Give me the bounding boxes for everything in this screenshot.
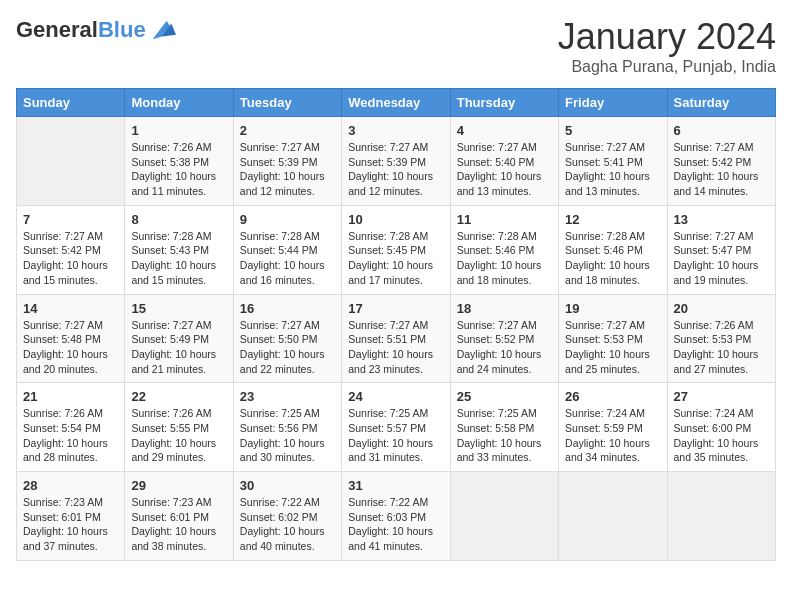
day-info: Sunrise: 7:22 AMSunset: 6:02 PMDaylight:… — [240, 495, 335, 554]
day-number: 13 — [674, 212, 769, 227]
day-info: Sunrise: 7:25 AMSunset: 5:58 PMDaylight:… — [457, 406, 552, 465]
day-number: 22 — [131, 389, 226, 404]
day-number: 16 — [240, 301, 335, 316]
header-row: Sunday Monday Tuesday Wednesday Thursday… — [17, 89, 776, 117]
col-friday: Friday — [559, 89, 667, 117]
day-number: 19 — [565, 301, 660, 316]
day-cell — [17, 117, 125, 206]
day-info: Sunrise: 7:27 AMSunset: 5:48 PMDaylight:… — [23, 318, 118, 377]
day-number: 4 — [457, 123, 552, 138]
day-number: 9 — [240, 212, 335, 227]
day-number: 31 — [348, 478, 443, 493]
day-number: 2 — [240, 123, 335, 138]
day-number: 15 — [131, 301, 226, 316]
day-number: 12 — [565, 212, 660, 227]
day-info: Sunrise: 7:26 AMSunset: 5:55 PMDaylight:… — [131, 406, 226, 465]
day-info: Sunrise: 7:26 AMSunset: 5:54 PMDaylight:… — [23, 406, 118, 465]
day-info: Sunrise: 7:22 AMSunset: 6:03 PMDaylight:… — [348, 495, 443, 554]
day-number: 30 — [240, 478, 335, 493]
day-info: Sunrise: 7:26 AMSunset: 5:53 PMDaylight:… — [674, 318, 769, 377]
day-number: 27 — [674, 389, 769, 404]
day-info: Sunrise: 7:27 AMSunset: 5:41 PMDaylight:… — [565, 140, 660, 199]
day-info: Sunrise: 7:23 AMSunset: 6:01 PMDaylight:… — [131, 495, 226, 554]
day-info: Sunrise: 7:28 AMSunset: 5:46 PMDaylight:… — [457, 229, 552, 288]
location: Bagha Purana, Punjab, India — [558, 58, 776, 76]
day-info: Sunrise: 7:27 AMSunset: 5:42 PMDaylight:… — [674, 140, 769, 199]
day-info: Sunrise: 7:27 AMSunset: 5:40 PMDaylight:… — [457, 140, 552, 199]
day-number: 29 — [131, 478, 226, 493]
day-info: Sunrise: 7:25 AMSunset: 5:57 PMDaylight:… — [348, 406, 443, 465]
week-row-0: 1 Sunrise: 7:26 AMSunset: 5:38 PMDayligh… — [17, 117, 776, 206]
day-number: 5 — [565, 123, 660, 138]
day-number: 20 — [674, 301, 769, 316]
day-cell: 4 Sunrise: 7:27 AMSunset: 5:40 PMDayligh… — [450, 117, 558, 206]
calendar-table: Sunday Monday Tuesday Wednesday Thursday… — [16, 88, 776, 561]
day-cell: 23 Sunrise: 7:25 AMSunset: 5:56 PMDaylig… — [233, 383, 341, 472]
week-row-3: 21 Sunrise: 7:26 AMSunset: 5:54 PMDaylig… — [17, 383, 776, 472]
day-number: 26 — [565, 389, 660, 404]
week-row-2: 14 Sunrise: 7:27 AMSunset: 5:48 PMDaylig… — [17, 294, 776, 383]
day-info: Sunrise: 7:28 AMSunset: 5:43 PMDaylight:… — [131, 229, 226, 288]
logo-text: GeneralBlue — [16, 18, 146, 42]
day-number: 6 — [674, 123, 769, 138]
day-cell: 29 Sunrise: 7:23 AMSunset: 6:01 PMDaylig… — [125, 472, 233, 561]
day-info: Sunrise: 7:23 AMSunset: 6:01 PMDaylight:… — [23, 495, 118, 554]
day-cell: 18 Sunrise: 7:27 AMSunset: 5:52 PMDaylig… — [450, 294, 558, 383]
col-thursday: Thursday — [450, 89, 558, 117]
col-sunday: Sunday — [17, 89, 125, 117]
day-cell: 19 Sunrise: 7:27 AMSunset: 5:53 PMDaylig… — [559, 294, 667, 383]
day-info: Sunrise: 7:27 AMSunset: 5:47 PMDaylight:… — [674, 229, 769, 288]
day-cell: 3 Sunrise: 7:27 AMSunset: 5:39 PMDayligh… — [342, 117, 450, 206]
calendar-header: Sunday Monday Tuesday Wednesday Thursday… — [17, 89, 776, 117]
day-number: 10 — [348, 212, 443, 227]
day-info: Sunrise: 7:27 AMSunset: 5:39 PMDaylight:… — [348, 140, 443, 199]
day-info: Sunrise: 7:28 AMSunset: 5:46 PMDaylight:… — [565, 229, 660, 288]
day-cell: 14 Sunrise: 7:27 AMSunset: 5:48 PMDaylig… — [17, 294, 125, 383]
day-info: Sunrise: 7:28 AMSunset: 5:45 PMDaylight:… — [348, 229, 443, 288]
logo-icon — [148, 16, 176, 44]
day-cell: 30 Sunrise: 7:22 AMSunset: 6:02 PMDaylig… — [233, 472, 341, 561]
day-cell: 28 Sunrise: 7:23 AMSunset: 6:01 PMDaylig… — [17, 472, 125, 561]
day-info: Sunrise: 7:28 AMSunset: 5:44 PMDaylight:… — [240, 229, 335, 288]
day-cell: 22 Sunrise: 7:26 AMSunset: 5:55 PMDaylig… — [125, 383, 233, 472]
day-number: 25 — [457, 389, 552, 404]
day-info: Sunrise: 7:24 AMSunset: 6:00 PMDaylight:… — [674, 406, 769, 465]
day-cell: 11 Sunrise: 7:28 AMSunset: 5:46 PMDaylig… — [450, 205, 558, 294]
day-cell: 25 Sunrise: 7:25 AMSunset: 5:58 PMDaylig… — [450, 383, 558, 472]
day-number: 3 — [348, 123, 443, 138]
day-cell: 10 Sunrise: 7:28 AMSunset: 5:45 PMDaylig… — [342, 205, 450, 294]
day-number: 8 — [131, 212, 226, 227]
day-cell: 24 Sunrise: 7:25 AMSunset: 5:57 PMDaylig… — [342, 383, 450, 472]
col-wednesday: Wednesday — [342, 89, 450, 117]
calendar-body: 1 Sunrise: 7:26 AMSunset: 5:38 PMDayligh… — [17, 117, 776, 561]
day-cell: 8 Sunrise: 7:28 AMSunset: 5:43 PMDayligh… — [125, 205, 233, 294]
day-cell: 2 Sunrise: 7:27 AMSunset: 5:39 PMDayligh… — [233, 117, 341, 206]
day-cell: 13 Sunrise: 7:27 AMSunset: 5:47 PMDaylig… — [667, 205, 775, 294]
col-monday: Monday — [125, 89, 233, 117]
day-info: Sunrise: 7:24 AMSunset: 5:59 PMDaylight:… — [565, 406, 660, 465]
day-cell: 26 Sunrise: 7:24 AMSunset: 5:59 PMDaylig… — [559, 383, 667, 472]
day-cell: 7 Sunrise: 7:27 AMSunset: 5:42 PMDayligh… — [17, 205, 125, 294]
day-number: 14 — [23, 301, 118, 316]
day-number: 7 — [23, 212, 118, 227]
day-cell: 21 Sunrise: 7:26 AMSunset: 5:54 PMDaylig… — [17, 383, 125, 472]
day-cell: 16 Sunrise: 7:27 AMSunset: 5:50 PMDaylig… — [233, 294, 341, 383]
col-tuesday: Tuesday — [233, 89, 341, 117]
day-cell — [667, 472, 775, 561]
day-info: Sunrise: 7:27 AMSunset: 5:52 PMDaylight:… — [457, 318, 552, 377]
day-number: 18 — [457, 301, 552, 316]
logo: GeneralBlue — [16, 16, 176, 44]
day-info: Sunrise: 7:26 AMSunset: 5:38 PMDaylight:… — [131, 140, 226, 199]
day-info: Sunrise: 7:27 AMSunset: 5:49 PMDaylight:… — [131, 318, 226, 377]
day-number: 1 — [131, 123, 226, 138]
day-info: Sunrise: 7:25 AMSunset: 5:56 PMDaylight:… — [240, 406, 335, 465]
day-cell: 5 Sunrise: 7:27 AMSunset: 5:41 PMDayligh… — [559, 117, 667, 206]
day-number: 23 — [240, 389, 335, 404]
day-cell — [450, 472, 558, 561]
col-saturday: Saturday — [667, 89, 775, 117]
day-cell: 9 Sunrise: 7:28 AMSunset: 5:44 PMDayligh… — [233, 205, 341, 294]
day-cell: 31 Sunrise: 7:22 AMSunset: 6:03 PMDaylig… — [342, 472, 450, 561]
page-header: GeneralBlue January 2024 Bagha Purana, P… — [16, 16, 776, 76]
day-info: Sunrise: 7:27 AMSunset: 5:53 PMDaylight:… — [565, 318, 660, 377]
day-info: Sunrise: 7:27 AMSunset: 5:39 PMDaylight:… — [240, 140, 335, 199]
